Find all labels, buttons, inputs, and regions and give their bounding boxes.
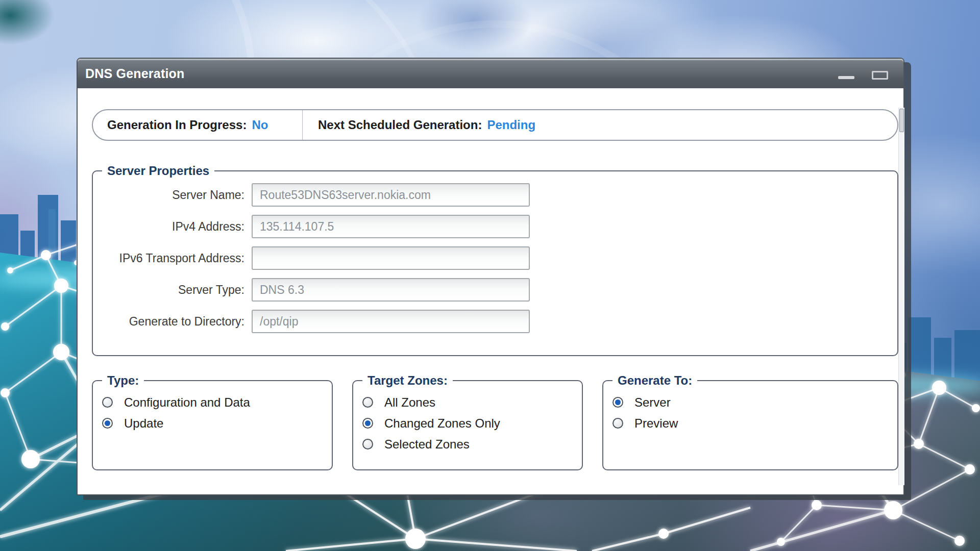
radio-icon[interactable] — [362, 397, 373, 408]
radio-option-label[interactable]: Preview — [634, 416, 678, 431]
server-properties-group: Server Properties Server Name: IPv4 Addr… — [92, 164, 898, 356]
radio-option-preview[interactable]: Preview — [612, 413, 897, 434]
generation-in-progress-status: Generation In Progress: No — [93, 110, 302, 140]
ipv4-address-label: IPv4 Address: — [99, 220, 244, 234]
ipv6-transport-address-field — [252, 246, 530, 270]
server-type-row: Server Type: — [93, 278, 897, 302]
radio-option-server[interactable]: Server — [612, 392, 897, 413]
generation-in-progress-label: Generation In Progress: — [107, 118, 247, 132]
radio-option-label[interactable]: Update — [124, 416, 163, 431]
generation-status-bar: Generation In Progress: No Next Schedule… — [92, 109, 898, 141]
server-type-field — [252, 278, 530, 302]
radio-option-all-zones[interactable]: All Zones — [362, 392, 582, 413]
next-scheduled-generation-status: Next Scheduled Generation: Pending — [303, 110, 535, 140]
generate-to-group: Generate To: Server Preview — [602, 373, 898, 470]
generate-to-directory-label: Generate to Directory: — [99, 315, 244, 329]
minimize-button[interactable] — [836, 66, 856, 81]
radio-option-label[interactable]: All Zones — [384, 395, 435, 410]
scrollbar-thumb[interactable] — [899, 109, 904, 132]
radio-option-label[interactable]: Selected Zones — [384, 437, 470, 452]
radio-option-changed-zones-only[interactable]: Changed Zones Only — [362, 413, 582, 434]
radio-icon[interactable] — [612, 397, 623, 408]
maximize-icon — [872, 71, 888, 80]
dns-generation-dialog: DNS Generation Generation In Progress: N… — [77, 58, 904, 495]
radio-option-configuration-and-data[interactable]: Configuration and Data — [102, 392, 332, 413]
ipv6-transport-address-row: IPv6 Transport Address: — [93, 246, 897, 270]
type-legend: Type: — [102, 373, 144, 388]
generation-in-progress-value: No — [252, 118, 268, 132]
radio-icon[interactable] — [102, 397, 113, 408]
type-group: Type: Configuration and Data Update — [92, 373, 333, 470]
dialog-content: Generation In Progress: No Next Schedule… — [78, 88, 903, 494]
maximize-button[interactable] — [870, 66, 890, 82]
server-name-label: Server Name: — [99, 188, 244, 202]
server-name-row: Server Name: — [93, 183, 897, 207]
next-scheduled-generation-label: Next Scheduled Generation: — [318, 118, 482, 132]
radio-icon[interactable] — [102, 418, 113, 429]
next-scheduled-generation-value: Pending — [487, 118, 535, 132]
vertical-scrollbar[interactable] — [898, 108, 904, 485]
radio-icon[interactable] — [362, 418, 373, 429]
target-zones-group: Target Zones: All Zones Changed Zones On… — [352, 373, 583, 470]
desktop-background: DNS Generation Generation In Progress: N… — [0, 0, 980, 551]
radio-option-label[interactable]: Changed Zones Only — [384, 416, 500, 431]
generate-to-directory-row: Generate to Directory: — [93, 310, 897, 333]
ipv4-address-row: IPv4 Address: — [93, 215, 897, 238]
window-controls — [836, 59, 890, 88]
generate-to-legend: Generate To: — [612, 373, 697, 388]
ipv6-transport-address-label: IPv6 Transport Address: — [99, 252, 244, 265]
dialog-title: DNS Generation — [78, 66, 185, 81]
radio-option-label[interactable]: Server — [634, 395, 671, 410]
radio-icon[interactable] — [362, 439, 373, 449]
ipv4-address-field — [252, 215, 530, 238]
target-zones-legend: Target Zones: — [362, 373, 453, 388]
generate-to-directory-field — [252, 310, 530, 333]
minimize-icon — [838, 76, 854, 79]
dialog-titlebar[interactable]: DNS Generation — [78, 59, 903, 88]
radio-option-selected-zones[interactable]: Selected Zones — [362, 434, 582, 455]
server-name-field — [252, 183, 530, 207]
radio-option-update[interactable]: Update — [102, 413, 332, 434]
radio-icon[interactable] — [612, 418, 623, 429]
server-properties-legend: Server Properties — [102, 164, 214, 178]
radio-option-label[interactable]: Configuration and Data — [124, 395, 250, 410]
server-type-label: Server Type: — [99, 283, 244, 297]
